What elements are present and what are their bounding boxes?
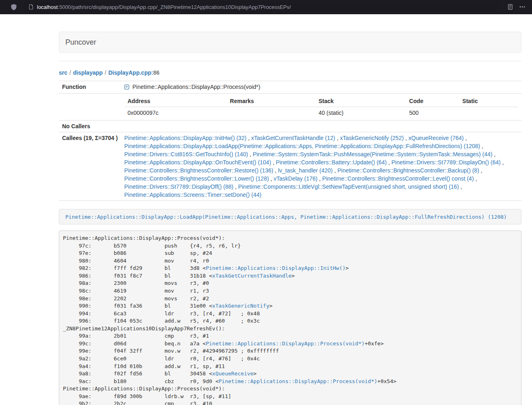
tracking-protection-shield-icon[interactable] bbox=[9, 2, 19, 12]
callee-separator: , bbox=[459, 183, 462, 190]
callee-separator: , bbox=[248, 151, 253, 157]
metrics-row-spacer bbox=[59, 94, 121, 121]
asm-symbol-link[interactable]: xQueueReceive bbox=[212, 371, 254, 377]
breadcrumb-file-link[interactable]: DisplayApp.cpp: bbox=[108, 69, 153, 76]
function-row: Function Pinetime::Applications::Display… bbox=[59, 81, 521, 94]
asm-symbol-link[interactable]: Pinetime::Applications::DisplayApp::Proc… bbox=[219, 378, 377, 384]
callee-link[interactable]: Pinetime::Applications::DisplayApp::OnTo… bbox=[124, 159, 271, 166]
asm-symbol-link[interactable]: xTaskGenericNotify bbox=[212, 303, 269, 309]
callee-link[interactable]: Pinetime::Controllers::BrightnessControl… bbox=[124, 175, 269, 182]
metrics-cell: Address Remarks Stack Code Static 0x0000… bbox=[121, 94, 521, 121]
callee-link[interactable]: xTaskGenericNotify (252) bbox=[340, 135, 404, 141]
callee-separator: , bbox=[480, 143, 483, 149]
callee-separator: , bbox=[333, 167, 338, 174]
callees-label: Callees (19, Σ=3704 ) bbox=[59, 132, 121, 201]
snippet-header: Pinetime::Applications::DisplayApp::Load… bbox=[59, 209, 521, 224]
callee-separator: , bbox=[474, 175, 477, 182]
page-icon bbox=[28, 4, 34, 10]
asm-symbol-link[interactable]: Pinetime::Applications::DisplayApp::Proc… bbox=[206, 340, 364, 347]
url-text: localhost:5000/path/src/displayapp/Displ… bbox=[37, 4, 291, 10]
callee-separator: , bbox=[246, 135, 251, 141]
col-header-stack: Stack bbox=[315, 95, 406, 107]
address-value: 0x0000097c bbox=[124, 107, 226, 119]
callee-separator: , bbox=[464, 135, 467, 141]
callee-separator: , bbox=[335, 135, 340, 141]
no-callers-row: No Callers bbox=[59, 121, 521, 132]
callee-separator: , bbox=[269, 175, 274, 182]
static-value bbox=[459, 107, 518, 119]
col-header-code: Code bbox=[406, 95, 459, 107]
snippet-header-link[interactable]: Pinetime::Applications::DisplayApp::Load… bbox=[65, 214, 507, 220]
callee-separator: , bbox=[479, 167, 482, 174]
remarks-value bbox=[227, 107, 315, 119]
asm-symbol-link[interactable]: Pinetime::Applications::DisplayApp::Init… bbox=[206, 265, 345, 271]
stack-value: 40 (static) bbox=[315, 107, 406, 119]
callee-link[interactable]: Pinetime::Drivers::St7789::DisplayOff() … bbox=[124, 183, 233, 190]
breadcrumb-src-link[interactable]: src bbox=[59, 69, 67, 76]
col-header-static: Static bbox=[459, 95, 518, 107]
metrics-value-row: 0x0000097c 40 (static) 500 bbox=[124, 107, 518, 119]
url-path: :5000/path/src/displayapp/DisplayApp.cpp… bbox=[58, 4, 291, 10]
callee-link[interactable]: lv_task_handler (420) bbox=[278, 167, 333, 174]
function-row-label: Function bbox=[59, 81, 121, 94]
breadcrumb-separator: / bbox=[69, 69, 71, 76]
col-header-address: Address bbox=[124, 95, 226, 107]
no-callers-label: No Callers bbox=[59, 121, 121, 132]
callees-cell: Pinetime::Applications::DisplayApp::Init… bbox=[121, 132, 521, 201]
callee-separator: , bbox=[233, 183, 238, 190]
callee-link[interactable]: Pinetime::Controllers::BrightnessControl… bbox=[337, 167, 479, 174]
col-header-remarks: Remarks bbox=[227, 95, 315, 107]
breadcrumb-line-number: 86 bbox=[153, 69, 159, 76]
breadcrumb-separator: / bbox=[105, 69, 106, 76]
callee-link[interactable]: Pinetime::Components::LittleVgl::SetNewT… bbox=[238, 183, 459, 190]
reader-view-icon[interactable] bbox=[506, 2, 515, 12]
callee-link[interactable]: xTaskGetCurrentTaskHandle (12) bbox=[251, 135, 335, 141]
function-icon bbox=[124, 84, 129, 92]
callee-link[interactable]: Pinetime::Applications::Screens::Timer::… bbox=[124, 192, 261, 198]
callee-separator: , bbox=[492, 151, 495, 157]
function-name: Pinetime::Applications::DisplayApp::Proc… bbox=[132, 84, 260, 90]
function-table: Function Pinetime::Applications::Display… bbox=[59, 81, 521, 201]
callees-row: Callees (19, Σ=3704 ) Pinetime::Applicat… bbox=[59, 132, 521, 201]
url-bar[interactable]: localhost:5000/path/src/displayapp/Displ… bbox=[24, 2, 499, 12]
function-name-cell: Pinetime::Applications::DisplayApp::Proc… bbox=[121, 81, 521, 94]
callee-link[interactable]: vTaskDelay (176) bbox=[274, 175, 317, 182]
asm-symbol-link[interactable]: xTaskGetCurrentTaskHandle bbox=[212, 273, 292, 279]
callee-link[interactable]: Pinetime::Controllers::BrightnessControl… bbox=[124, 167, 273, 174]
callee-link[interactable]: Pinetime::Drivers::St7789::DisplayOn() (… bbox=[392, 159, 501, 166]
callees-list: Pinetime::Applications::DisplayApp::Init… bbox=[124, 134, 518, 199]
callee-link[interactable]: Pinetime::Controllers::Battery::Update()… bbox=[276, 159, 387, 166]
navbar: Puncover bbox=[59, 32, 521, 53]
callee-separator: , bbox=[317, 175, 322, 182]
callee-separator: , bbox=[404, 135, 409, 141]
breadcrumb: src/displayapp/DisplayApp.cpp:86 bbox=[59, 69, 521, 76]
callee-link[interactable]: xQueueReceive (764) bbox=[409, 135, 464, 141]
callee-link[interactable]: Pinetime::Applications::DisplayApp::Load… bbox=[124, 143, 480, 149]
page-container: Puncover src/displayapp/DisplayApp.cpp:8… bbox=[59, 14, 521, 405]
browser-chrome: localhost:5000/path/src/displayapp/Displ… bbox=[0, 0, 532, 14]
breadcrumb-displayapp-link[interactable]: displayapp bbox=[73, 69, 103, 76]
brand-link[interactable]: Puncover bbox=[65, 38, 96, 47]
metrics-row: Address Remarks Stack Code Static 0x0000… bbox=[59, 94, 521, 121]
kebab-menu-icon[interactable] bbox=[517, 2, 527, 12]
callee-separator: , bbox=[273, 167, 278, 174]
callee-separator: , bbox=[501, 159, 504, 166]
callee-link[interactable]: Pinetime::Controllers::BrightnessControl… bbox=[322, 175, 474, 182]
metrics-table: Address Remarks Stack Code Static 0x0000… bbox=[124, 95, 518, 118]
divider bbox=[59, 61, 521, 61]
callee-separator: , bbox=[271, 159, 276, 166]
url-host: localhost bbox=[37, 4, 58, 10]
callee-separator: , bbox=[387, 159, 392, 166]
callee-link[interactable]: Pinetime::System::SystemTask::PushMessag… bbox=[253, 151, 493, 157]
callee-link[interactable]: Pinetime::Drivers::Cst816S::GetTouchInfo… bbox=[124, 151, 248, 157]
no-callers-cell bbox=[121, 121, 521, 132]
code-value: 500 bbox=[406, 107, 459, 119]
metrics-header-row: Address Remarks Stack Code Static bbox=[124, 95, 518, 107]
callee-link[interactable]: Pinetime::Applications::DisplayApp::Init… bbox=[124, 135, 246, 141]
disassembly: Pinetime::Applications::DisplayApp::Proc… bbox=[59, 231, 521, 405]
